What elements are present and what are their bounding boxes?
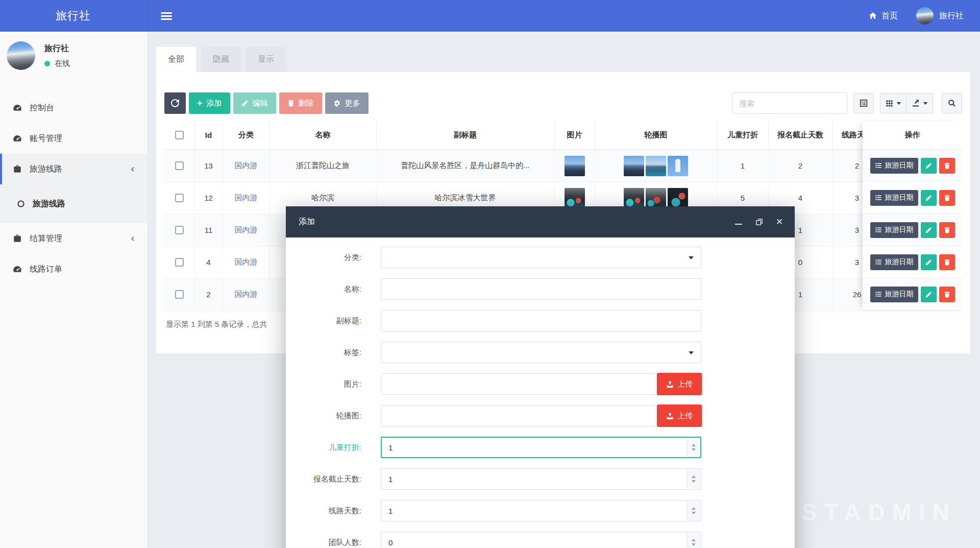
row-image-thumb[interactable] bbox=[565, 156, 585, 176]
number-spinner[interactable] bbox=[687, 533, 700, 548]
row-delete-button[interactable] bbox=[939, 222, 955, 238]
number-field[interactable] bbox=[381, 500, 701, 521]
spinner-down-icon bbox=[692, 480, 696, 483]
sidebar-item-label: 控制台 bbox=[30, 103, 54, 113]
columns-button[interactable] bbox=[880, 93, 906, 113]
nav-user-menu[interactable]: 旅行社 bbox=[916, 7, 964, 25]
nav-home-link[interactable]: 首页 bbox=[869, 11, 898, 21]
upload-button[interactable]: 上传 bbox=[657, 404, 702, 427]
sidebar-item-5-线路订单[interactable]: 线路订单 bbox=[0, 254, 147, 284]
row-edit-button[interactable] bbox=[921, 222, 937, 238]
carousel-thumb[interactable] bbox=[668, 156, 688, 176]
row-edit-button[interactable] bbox=[921, 254, 937, 270]
maximize-button[interactable] bbox=[755, 218, 763, 226]
row-edit-button[interactable] bbox=[921, 158, 937, 174]
carousel-thumb[interactable] bbox=[668, 188, 688, 208]
dialog-header[interactable]: 添加 ✕ bbox=[286, 206, 795, 237]
delete-button[interactable]: 删除 bbox=[279, 92, 322, 114]
row-checkbox[interactable] bbox=[175, 226, 184, 234]
detail-view-button[interactable] bbox=[853, 93, 874, 113]
carousel-thumb[interactable] bbox=[646, 156, 666, 176]
row-delete-button[interactable] bbox=[939, 190, 955, 206]
select-field[interactable] bbox=[381, 247, 701, 268]
field-control: 上传 bbox=[381, 404, 701, 427]
row-checkbox[interactable] bbox=[175, 258, 184, 267]
category-link[interactable]: 国内游 bbox=[235, 225, 258, 234]
number-field[interactable] bbox=[381, 468, 701, 490]
select-field[interactable] bbox=[381, 342, 701, 363]
col-header-subtitle[interactable]: 副标题 bbox=[376, 121, 554, 150]
actions-row: 旅游日期 bbox=[863, 182, 962, 214]
row-checkbox[interactable] bbox=[175, 290, 184, 299]
sidebar-user-status: 在线 bbox=[55, 59, 70, 68]
text-field[interactable] bbox=[381, 310, 701, 331]
minimize-button[interactable] bbox=[734, 218, 743, 226]
text-field[interactable] bbox=[381, 278, 701, 300]
search-submit-button[interactable] bbox=[942, 93, 962, 113]
col-header-child-discount[interactable]: 儿童打折 bbox=[717, 121, 768, 150]
sidebar-user-panel: 旅行社 在线 bbox=[0, 32, 147, 82]
row-checkbox[interactable] bbox=[175, 161, 184, 170]
sidebar-item-3-sub-旅游线路[interactable]: 旅游线路 bbox=[0, 184, 147, 223]
tab-全部[interactable]: 全部 bbox=[156, 47, 196, 72]
travel-dates-label: 旅游日期 bbox=[885, 257, 914, 267]
tab-bar: 全部隐藏显示 bbox=[156, 47, 970, 72]
number-spinner[interactable] bbox=[687, 438, 700, 457]
col-header-carousel[interactable]: 轮播图 bbox=[595, 121, 717, 150]
select-all-checkbox[interactable] bbox=[175, 131, 184, 139]
category-link[interactable]: 国内游 bbox=[235, 257, 258, 266]
add-button[interactable]: + 添加 bbox=[189, 92, 230, 114]
export-button[interactable] bbox=[906, 93, 933, 113]
col-header-image[interactable]: 图片 bbox=[554, 121, 595, 150]
row-delete-button[interactable] bbox=[939, 254, 955, 270]
number-spinner[interactable] bbox=[687, 501, 700, 520]
field-label: 标签: bbox=[286, 348, 361, 358]
sidebar-toggle-icon[interactable] bbox=[161, 11, 172, 21]
col-header-category[interactable]: 分类 bbox=[223, 121, 270, 150]
edit-button[interactable]: 编辑 bbox=[233, 92, 276, 114]
col-header-id[interactable]: Id bbox=[194, 121, 223, 150]
number-field[interactable] bbox=[381, 532, 701, 548]
travel-dates-button[interactable]: 旅游日期 bbox=[870, 287, 918, 302]
tab-显示[interactable]: 显示 bbox=[246, 47, 286, 72]
col-header-deadline-days[interactable]: 报名截止天数 bbox=[768, 121, 832, 150]
more-button[interactable]: 更多 bbox=[325, 92, 369, 114]
search-input[interactable] bbox=[732, 92, 847, 114]
category-link[interactable]: 国内游 bbox=[235, 290, 258, 298]
category-link[interactable]: 国内游 bbox=[235, 193, 258, 202]
carousel-thumb[interactable] bbox=[646, 188, 666, 208]
carousel-thumb[interactable] bbox=[624, 156, 644, 176]
row-image-thumb[interactable] bbox=[565, 188, 585, 208]
spinner-down-icon bbox=[692, 448, 696, 451]
row-edit-button[interactable] bbox=[921, 190, 937, 206]
sidebar-item-4-结算管理[interactable]: 结算管理 bbox=[0, 223, 147, 254]
col-header-name[interactable]: 名称 bbox=[270, 121, 376, 150]
brand-title[interactable]: 旅行社 bbox=[0, 0, 147, 32]
upload-path-field[interactable] bbox=[381, 405, 656, 426]
row-checkbox[interactable] bbox=[175, 194, 184, 202]
sidebar-item-2-旅游线路[interactable]: 旅游线路 bbox=[0, 154, 147, 184]
export-icon bbox=[912, 99, 920, 107]
row-subtitle: 普陀山风景名胜区，是舟山群岛中的... bbox=[376, 150, 554, 182]
category-link[interactable]: 国内游 bbox=[235, 161, 258, 170]
travel-dates-button[interactable]: 旅游日期 bbox=[870, 222, 918, 238]
number-field[interactable] bbox=[381, 437, 701, 458]
number-spinner[interactable] bbox=[687, 469, 700, 489]
row-carousel-cell bbox=[595, 150, 717, 182]
refresh-button[interactable] bbox=[164, 92, 186, 114]
spinner-down-icon bbox=[692, 512, 696, 514]
travel-dates-button[interactable]: 旅游日期 bbox=[870, 254, 918, 270]
tab-隐藏[interactable]: 隐藏 bbox=[201, 47, 241, 72]
row-delete-button[interactable] bbox=[939, 158, 955, 174]
carousel-thumb[interactable] bbox=[624, 188, 644, 208]
plus-icon: + bbox=[197, 99, 203, 108]
upload-button[interactable]: 上传 bbox=[657, 373, 702, 395]
close-button[interactable]: ✕ bbox=[775, 218, 783, 226]
row-edit-button[interactable] bbox=[921, 287, 937, 302]
travel-dates-button[interactable]: 旅游日期 bbox=[870, 190, 918, 206]
upload-path-field[interactable] bbox=[381, 373, 656, 395]
sidebar-item-1-账号管理[interactable]: 账号管理 bbox=[0, 123, 147, 154]
sidebar-item-0-控制台[interactable]: 控制台 bbox=[0, 92, 147, 123]
travel-dates-button[interactable]: 旅游日期 bbox=[870, 158, 918, 174]
row-delete-button[interactable] bbox=[939, 287, 955, 302]
